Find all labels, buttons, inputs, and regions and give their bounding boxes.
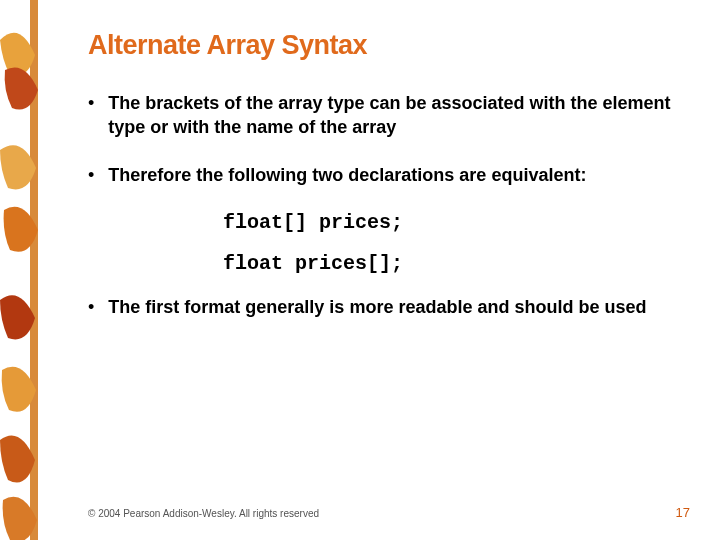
- bullet-item: • Therefore the following two declaratio…: [88, 163, 680, 187]
- bullet-text: The first format generally is more reada…: [108, 295, 646, 319]
- code-line: float prices[];: [223, 252, 680, 275]
- bullet-dot: •: [88, 295, 94, 319]
- bullet-item: • The first format generally is more rea…: [88, 295, 680, 319]
- code-block: float[] prices; float prices[];: [223, 211, 680, 275]
- slide-title: Alternate Array Syntax: [88, 30, 680, 61]
- code-line: float[] prices;: [223, 211, 680, 234]
- bullet-dot: •: [88, 91, 94, 115]
- slide-footer: © 2004 Pearson Addison-Wesley. All right…: [88, 505, 690, 520]
- bullet-item: • The brackets of the array type can be …: [88, 91, 680, 139]
- bullet-text: The brackets of the array type can be as…: [108, 91, 680, 139]
- copyright-text: © 2004 Pearson Addison-Wesley. All right…: [88, 508, 319, 519]
- autumn-leaves-decoration: [0, 0, 44, 540]
- bullet-dot: •: [88, 163, 94, 187]
- bullet-text: Therefore the following two declarations…: [108, 163, 586, 187]
- page-number: 17: [676, 505, 690, 520]
- slide-content: Alternate Array Syntax • The brackets of…: [88, 30, 680, 343]
